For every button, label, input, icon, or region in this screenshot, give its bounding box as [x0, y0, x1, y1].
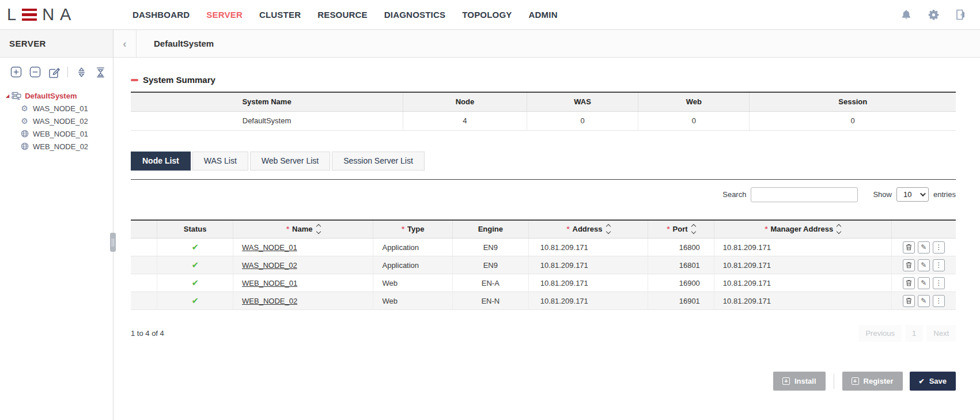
col-manager-address[interactable]: *Manager Address	[714, 220, 891, 239]
summary-session-count: 0	[750, 111, 956, 130]
tree-add-button[interactable]	[9, 65, 23, 79]
notification-bell-icon[interactable]	[900, 9, 912, 21]
main-area: SERVER	[0, 30, 980, 420]
node-engine: EN9	[452, 256, 528, 274]
node-list-panel: Search Show 10 entries	[131, 179, 956, 391]
section-title: System Summary	[143, 75, 215, 85]
row-select-cell	[131, 274, 157, 292]
server-sidebar: SERVER	[0, 30, 113, 420]
summary-was-count: 0	[527, 111, 638, 130]
delete-row-button[interactable]	[903, 295, 915, 307]
entries-label: entries	[933, 190, 956, 199]
page-body: System Summary System Name Node WAS Web …	[113, 58, 980, 420]
summary-node-count: 4	[403, 111, 527, 130]
col-row-select	[131, 220, 157, 239]
entries-info: 1 to 4 of 4	[131, 329, 164, 338]
sort-icon[interactable]	[607, 225, 610, 233]
node-manager-address: 10.81.209.171	[714, 292, 891, 310]
lena-logo[interactable]: L N A	[7, 5, 122, 24]
required-marker: *	[402, 225, 404, 233]
table-row-was-node-02: ✔ WAS_NODE_02 Application EN9 10.81.209.…	[131, 256, 956, 274]
pager: Previous 1 Next	[858, 325, 956, 342]
footer-actions: + Install + Register ✔ Save	[131, 372, 956, 391]
edit-row-button[interactable]: ✎	[918, 277, 930, 289]
settings-gear-icon[interactable]	[928, 9, 939, 21]
node-type: Application	[373, 256, 452, 274]
tree-remove-button[interactable]	[28, 65, 42, 79]
tree-edit-button[interactable]	[47, 65, 61, 79]
node-type: Web	[373, 274, 452, 292]
status-ok-icon: ✔	[191, 260, 199, 270]
tree-node-was-node-01[interactable]: ⚙ WAS_NODE_01	[6, 102, 113, 115]
col-address[interactable]: *Address	[528, 220, 648, 239]
previous-page-button[interactable]: Previous	[858, 325, 902, 342]
required-marker: *	[566, 225, 569, 233]
page-number-button[interactable]: 1	[905, 325, 923, 342]
node-engine: EN9	[452, 239, 528, 256]
install-button[interactable]: + Install	[773, 372, 826, 391]
top-bar: L N A DASHBOARD SERVER CLUSTER RESOURCE …	[0, 0, 980, 30]
show-label: Show	[873, 190, 892, 199]
save-button[interactable]: ✔ Save	[910, 372, 956, 391]
tree-node-web-node-01[interactable]: WEB_NODE_01	[6, 127, 113, 140]
node-port: 16801	[648, 256, 714, 274]
more-actions-kebab-button[interactable]: ⋮	[933, 241, 945, 253]
tree-collapse-all-button[interactable]	[93, 65, 107, 79]
more-actions-kebab-button[interactable]: ⋮	[933, 259, 945, 271]
more-actions-kebab-button[interactable]: ⋮	[933, 277, 945, 289]
tree-expanded-caret-icon[interactable]: ◢	[6, 93, 9, 99]
node-address: 10.81.209.171	[528, 256, 648, 274]
tree-expand-all-button[interactable]	[74, 65, 88, 79]
sort-icon[interactable]	[317, 225, 320, 233]
delete-row-button[interactable]	[903, 277, 915, 289]
search-input[interactable]	[751, 187, 858, 202]
edit-row-button[interactable]: ✎	[918, 295, 930, 307]
nav-cluster[interactable]: CLUSTER	[259, 10, 301, 20]
row-select-cell	[131, 292, 157, 310]
next-page-button[interactable]: Next	[926, 325, 956, 342]
tab-session-server-list[interactable]: Session Server List	[332, 152, 425, 171]
tab-was-list[interactable]: WAS List	[192, 152, 248, 171]
nav-dashboard[interactable]: DASHBOARD	[133, 10, 190, 20]
tree-node-web-node-02[interactable]: WEB_NODE_02	[6, 140, 113, 153]
delete-row-button[interactable]	[903, 241, 915, 253]
system-summary-heading[interactable]: System Summary	[131, 75, 956, 85]
was-gear-icon: ⚙	[20, 116, 29, 126]
web-globe-icon	[20, 142, 29, 150]
nav-resource[interactable]: RESOURCE	[317, 10, 368, 20]
tab-web-server-list[interactable]: Web Server List	[250, 152, 330, 171]
edit-row-button[interactable]: ✎	[918, 259, 930, 271]
main-nav: DASHBOARD SERVER CLUSTER RESOURCE DIAGNO…	[133, 10, 558, 20]
nav-admin[interactable]: ADMIN	[529, 10, 558, 20]
tree-node-was-node-02[interactable]: ⚙ WAS_NODE_02	[6, 115, 113, 127]
nav-server[interactable]: SERVER	[206, 10, 243, 20]
collapse-panel-chevron-button[interactable]: ‹	[113, 30, 137, 57]
node-address: 10.81.209.171	[528, 239, 648, 256]
sort-icon[interactable]	[692, 225, 695, 233]
node-name-link[interactable]: WAS_NODE_01	[242, 243, 297, 252]
logo-bars-icon	[22, 9, 37, 21]
more-actions-kebab-button[interactable]: ⋮	[933, 295, 945, 307]
col-port[interactable]: *Port	[648, 220, 714, 239]
sort-icon[interactable]	[837, 225, 841, 233]
node-name-link[interactable]: WEB_NODE_01	[242, 279, 297, 287]
node-name-link[interactable]: WEB_NODE_02	[242, 297, 297, 305]
tree-node-label: WAS_NODE_02	[33, 117, 88, 126]
breadcrumb: ‹ DefaultSystem	[113, 30, 980, 58]
tree-node-defaultsystem[interactable]: ◢ DefaultSystem	[6, 89, 113, 102]
register-button[interactable]: + Register	[842, 372, 903, 391]
content-area: ‹ DefaultSystem System Summary System Na…	[113, 30, 980, 420]
node-name-link[interactable]: WAS_NODE_02	[242, 261, 297, 270]
page-size-select[interactable]: 10	[896, 187, 929, 202]
logout-door-icon[interactable]	[955, 9, 966, 21]
node-engine: EN-N	[452, 292, 528, 310]
col-status: Status	[157, 220, 233, 239]
edit-row-button[interactable]: ✎	[918, 241, 930, 253]
nav-topology[interactable]: TOPOLOGY	[462, 10, 512, 20]
nav-diagnostics[interactable]: DIAGNOSTICS	[384, 10, 445, 20]
delete-row-button[interactable]	[903, 259, 915, 271]
col-name[interactable]: *Name	[233, 220, 373, 239]
sidebar-resize-handle[interactable]	[110, 233, 116, 252]
summary-col-web: Web	[638, 92, 750, 111]
tab-node-list[interactable]: Node List	[131, 152, 191, 171]
